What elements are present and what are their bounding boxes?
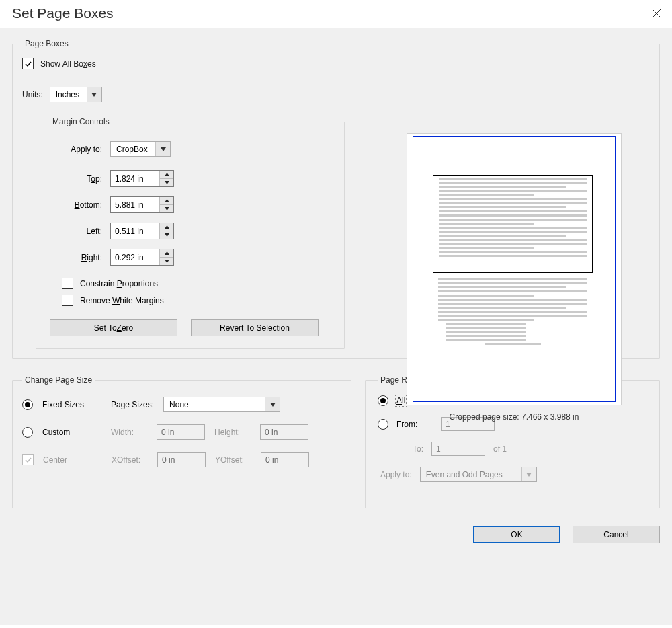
top-up[interactable]	[160, 171, 173, 179]
close-icon[interactable]	[652, 9, 661, 18]
left-label: Left:	[62, 227, 102, 236]
xoffset-label: XOffset:	[112, 455, 148, 465]
top-down[interactable]	[160, 179, 173, 187]
page-sizes-select[interactable]: None	[163, 397, 280, 412]
yoffset-label: YOffset:	[215, 455, 251, 465]
page-sizes-label: Page Sizes:	[111, 400, 154, 409]
bottom-input[interactable]	[111, 197, 159, 212]
bottom-spinner[interactable]	[110, 196, 174, 213]
height-input	[260, 424, 308, 440]
apply-to-select[interactable]: CropBox	[110, 141, 171, 157]
custom-radio[interactable]	[22, 427, 33, 438]
change-page-size-group: Change Page Size Fixed Sizes Page Sizes:…	[12, 375, 351, 508]
svg-marker-3	[161, 147, 166, 151]
revert-to-selection-button[interactable]: Revert To Selection	[191, 319, 319, 336]
margin-controls-group: Margin Controls Apply to: CropBox Top:	[36, 117, 345, 349]
page-boxes-legend: Page Boxes	[22, 39, 71, 48]
pr-apply-label: Apply to:	[380, 470, 412, 479]
svg-marker-6	[165, 199, 169, 202]
show-all-boxes-checkbox[interactable]	[22, 58, 34, 69]
left-down[interactable]	[160, 231, 173, 239]
chevron-down-icon	[265, 397, 280, 411]
left-up[interactable]	[160, 223, 173, 231]
apply-to-label: Apply to:	[62, 145, 102, 154]
chevron-down-icon	[87, 87, 101, 102]
top-label: Top:	[62, 174, 102, 184]
fixed-sizes-radio[interactable]	[22, 399, 33, 410]
units-label: Units:	[22, 90, 43, 100]
right-spinner[interactable]	[110, 249, 174, 266]
center-label: Center	[43, 455, 102, 465]
text-col-indicator	[433, 276, 593, 393]
remove-white-margins-label: Remove White Margins	[80, 296, 164, 305]
remove-white-margins-checkbox[interactable]	[62, 295, 73, 306]
top-input[interactable]	[111, 171, 159, 186]
page-preview	[407, 133, 622, 405]
right-down[interactable]	[160, 258, 173, 266]
of-label: of 1	[493, 444, 507, 454]
right-up[interactable]	[160, 249, 173, 258]
set-to-zero-button[interactable]: Set To Zero	[50, 319, 177, 336]
right-label: Right:	[62, 253, 102, 262]
xoffset-input	[157, 452, 206, 467]
svg-marker-11	[165, 260, 169, 263]
text-block-indicator	[433, 175, 593, 273]
constrain-proportions-checkbox[interactable]	[62, 278, 73, 289]
svg-marker-2	[91, 93, 97, 97]
constrain-proportions-label: Constrain Proportions	[80, 279, 158, 288]
bottom-label: Bottom:	[62, 200, 102, 210]
center-checkbox	[22, 454, 34, 465]
svg-marker-13	[526, 473, 532, 477]
ok-button[interactable]: OK	[473, 526, 560, 543]
units-select[interactable]: Inches	[50, 87, 102, 102]
width-input	[157, 424, 205, 440]
svg-marker-9	[165, 233, 169, 237]
show-all-boxes-label: Show All Boxes	[40, 59, 96, 69]
top-spinner[interactable]	[110, 170, 174, 187]
bottom-down[interactable]	[160, 205, 173, 213]
svg-marker-5	[165, 181, 169, 184]
yoffset-input	[261, 452, 309, 467]
cancel-button[interactable]: Cancel	[573, 526, 660, 543]
pr-apply-select: Even and Odd Pages	[420, 467, 537, 482]
margin-controls-legend: Margin Controls	[50, 117, 112, 126]
svg-marker-10	[165, 251, 169, 255]
preview-caption: Cropped page size: 7.466 x 3.988 in	[393, 412, 635, 422]
width-label: Width:	[111, 428, 147, 437]
to-input	[431, 442, 485, 456]
dialog-title: Set Page Boxes	[12, 5, 114, 22]
all-radio[interactable]	[378, 395, 388, 406]
svg-marker-4	[165, 173, 169, 176]
svg-marker-7	[165, 207, 169, 210]
change-page-size-legend: Change Page Size	[22, 375, 95, 385]
height-label: Height:	[214, 428, 251, 437]
chevron-down-icon	[155, 142, 170, 156]
from-radio[interactable]	[378, 419, 388, 430]
page-boxes-group: Page Boxes Show All Boxes Units: Inches …	[12, 39, 660, 359]
chevron-down-icon	[521, 467, 536, 481]
svg-marker-12	[270, 403, 276, 407]
to-label: To:	[396, 444, 423, 454]
right-input[interactable]	[111, 249, 159, 265]
svg-marker-8	[165, 225, 169, 229]
fixed-sizes-label: Fixed Sizes	[42, 400, 101, 409]
custom-label: Custom	[42, 428, 101, 437]
bottom-up[interactable]	[160, 197, 173, 205]
left-input[interactable]	[111, 223, 159, 239]
left-spinner[interactable]	[110, 223, 174, 239]
